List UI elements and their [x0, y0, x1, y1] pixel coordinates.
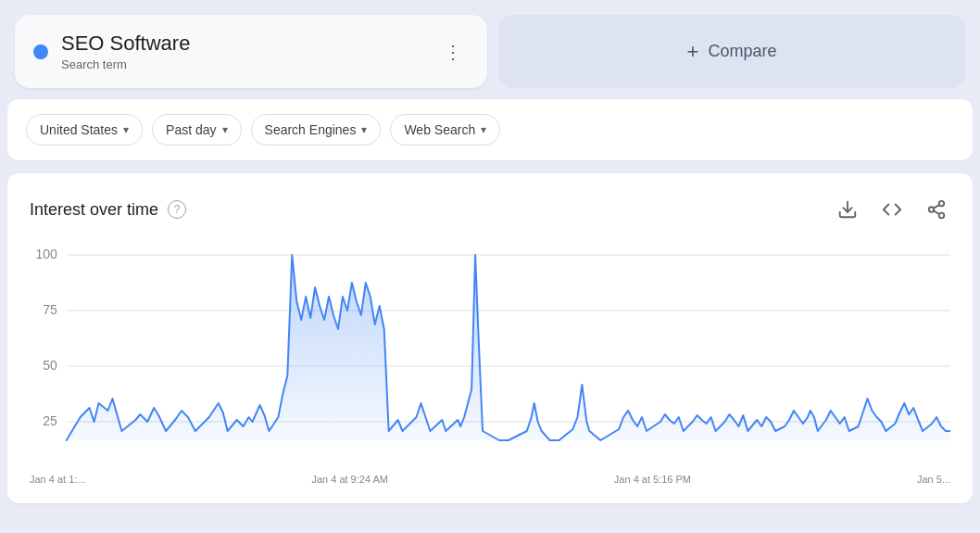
- x-axis-labels: Jan 4 at 1:... Jan 4 at 9:24 AM Jan 4 at…: [30, 474, 950, 485]
- category-chevron-icon: ▾: [361, 123, 367, 136]
- location-filter-label: United States: [40, 122, 118, 137]
- chart-area: 100 75 50 25: [30, 246, 950, 468]
- share-icon: [926, 199, 947, 220]
- chart-title-group: Interest over time ?: [30, 200, 186, 220]
- chart-actions: [834, 196, 950, 223]
- compare-card[interactable]: + Compare: [498, 15, 965, 88]
- period-chevron-icon: ▾: [222, 123, 228, 136]
- period-filter[interactable]: Past day ▾: [152, 114, 241, 146]
- svg-line-5: [934, 205, 939, 209]
- search-term-title: SEO Software: [61, 32, 190, 56]
- svg-text:100: 100: [36, 247, 57, 261]
- x-label-0: Jan 4 at 1:...: [30, 474, 86, 485]
- plus-icon: +: [687, 40, 699, 64]
- svg-text:75: 75: [43, 302, 57, 317]
- category-filter[interactable]: Search Engines ▾: [251, 114, 382, 146]
- compare-label: Compare: [708, 42, 776, 61]
- search-term-dot: [33, 44, 48, 59]
- x-label-2: Jan 4 at 5:16 PM: [614, 474, 691, 485]
- search-type-chevron-icon: ▾: [481, 123, 486, 136]
- search-type-filter-label: Web Search: [404, 122, 475, 137]
- location-chevron-icon: ▾: [123, 123, 129, 136]
- svg-text:25: 25: [43, 413, 57, 428]
- search-term-left: SEO Software Search term: [33, 32, 190, 71]
- location-filter[interactable]: United States ▾: [26, 114, 143, 146]
- period-filter-label: Past day: [166, 122, 216, 137]
- x-label-1: Jan 4 at 9:24 AM: [311, 474, 388, 485]
- search-type-filter[interactable]: Web Search ▾: [390, 114, 500, 146]
- interest-chart: 100 75 50 25: [30, 246, 950, 468]
- embed-button[interactable]: [878, 196, 906, 223]
- x-label-3: Jan 5...: [917, 474, 950, 485]
- search-term-subtitle: Search term: [61, 57, 190, 71]
- filters-bar: United States ▾ Past day ▾ Search Engine…: [7, 99, 973, 160]
- chart-header: Interest over time ?: [30, 196, 950, 223]
- download-button[interactable]: [834, 196, 861, 223]
- download-icon: [837, 199, 858, 220]
- top-section: SEO Software Search term ⋮ + Compare: [0, 0, 980, 99]
- category-filter-label: Search Engines: [265, 122, 357, 137]
- svg-line-4: [934, 211, 939, 215]
- chart-title: Interest over time: [30, 200, 158, 220]
- help-icon[interactable]: ?: [168, 200, 186, 219]
- more-options-button[interactable]: ⋮: [438, 35, 469, 69]
- search-term-text: SEO Software Search term: [61, 32, 190, 71]
- chart-section: Interest over time ?: [7, 173, 973, 503]
- share-button[interactable]: [923, 196, 950, 223]
- code-icon: [882, 199, 902, 220]
- svg-text:50: 50: [43, 358, 57, 373]
- search-term-card: SEO Software Search term ⋮: [15, 15, 487, 88]
